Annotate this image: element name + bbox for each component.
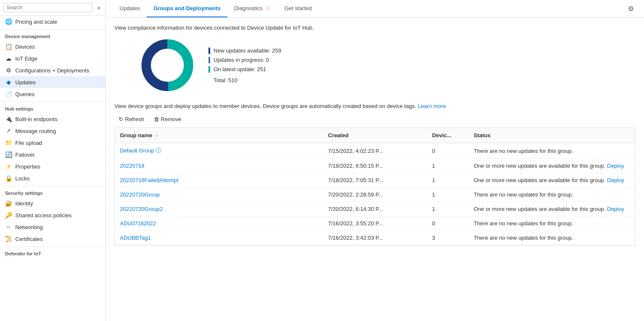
collapse-button[interactable]: « <box>95 3 102 13</box>
sidebar-item-configurations[interactable]: ⚙ Configurations + Deployments <box>0 64 105 76</box>
deploy-link[interactable]: Deploy <box>607 163 624 169</box>
sidebar-item-devices[interactable]: 📋 Devices <box>0 41 105 53</box>
warning-icon: ⚠ <box>264 5 271 11</box>
column-header-devices: Devic... <box>427 128 469 143</box>
sidebar-item-label: Identity <box>15 200 33 207</box>
sidebar-item-label: Updates <box>15 79 36 86</box>
section-label-defender: Defender for IoT <box>0 246 105 258</box>
chart-section: New updates available: 259 Updates in pr… <box>114 38 636 93</box>
donut-chart <box>140 38 195 93</box>
sidebar-item-locks[interactable]: 🔒 Locks <box>0 172 105 184</box>
toolbar: ↻ Refresh 🗑 Remove <box>114 114 636 127</box>
sidebar-item-queries[interactable]: 📄 Queries <box>0 88 105 100</box>
sidebar-item-label: Shared access policies <box>15 212 72 219</box>
sidebar-item-updates[interactable]: ◆ Updates <box>0 76 105 88</box>
sidebar-item-built-in-endpoints[interactable]: 🔌 Built-in endpoints <box>0 113 105 125</box>
sidebar-item-shared-access-policies[interactable]: 🔑 Shared access policies <box>0 209 105 221</box>
created-cell: 7/18/2022, 7:05:31 P... <box>323 173 427 188</box>
created-cell: 7/20/2022, 2:28:59 P... <box>323 188 427 202</box>
group-name-link[interactable]: ADUBBTag1 <box>120 235 151 241</box>
group-name-link[interactable]: 20220718FailedAttempt <box>120 177 178 183</box>
sidebar-item-properties[interactable]: ⚡ Properties <box>0 160 105 172</box>
settings-icon[interactable]: ⚙ <box>625 1 637 16</box>
section-label-device-management: Device management <box>0 29 105 41</box>
sidebar-item-file-upload[interactable]: 📁 File upload <box>0 137 105 149</box>
sidebar-item-certificates[interactable]: 📜 Certificates <box>0 233 105 245</box>
sort-arrow: ↑ <box>155 133 158 138</box>
legend-dot-progress <box>208 57 210 64</box>
status-cell: One or more new updates are available fo… <box>469 202 635 216</box>
failover-icon: 🔄 <box>5 151 12 158</box>
queries-icon: 📄 <box>5 91 12 97</box>
status-cell: One or more new updates are available fo… <box>469 159 635 173</box>
legend-on-latest: On latest update: 251 <box>208 66 281 73</box>
sidebar-item-message-routing[interactable]: ↗ Message routing <box>0 125 105 137</box>
deploy-link[interactable]: Deploy <box>607 206 624 212</box>
group-name-link[interactable]: 20220720Group <box>120 191 160 198</box>
sidebar-item-label: IoT Edge <box>15 55 38 62</box>
tab-updates[interactable]: Updates <box>113 0 147 17</box>
sidebar-section-hub-settings: Hub settings 🔌 Built-in endpoints ↗ Mess… <box>0 100 105 184</box>
tab-get-started[interactable]: Get started <box>278 0 318 17</box>
group-name-link[interactable]: ADU07162022 <box>120 220 156 227</box>
main-content: Updates Groups and Deployments Diagnosti… <box>106 0 644 321</box>
table-header: Group name ↑ Created Devic... Status <box>115 128 635 143</box>
groups-table-wrapper: Group name ↑ Created Devic... Status Def… <box>114 127 636 246</box>
learn-more-link[interactable]: Learn more <box>418 103 446 109</box>
locks-icon: 🔒 <box>5 175 12 182</box>
table-scroll[interactable]: Group name ↑ Created Devic... Status Def… <box>115 128 635 245</box>
devices-cell: 1 <box>427 159 469 173</box>
refresh-icon: ↻ <box>119 116 123 122</box>
sidebar-item-networking[interactable]: ↔ Networking <box>0 221 105 233</box>
sidebar-item-iot-edge[interactable]: ☁ IoT Edge <box>0 53 105 64</box>
table-row: ADU071620227/16/2022, 3:55:20 P...0There… <box>115 216 635 231</box>
sidebar-item-pricing[interactable]: 🌐 Pricing and scale <box>0 16 105 28</box>
devices-icon: 📋 <box>5 43 12 50</box>
created-cell: 7/20/2022, 6:14:30 P... <box>323 202 427 216</box>
search-bar: « <box>0 0 105 16</box>
devices-cell: 1 <box>427 173 469 188</box>
sidebar-item-label: Failover <box>15 152 35 158</box>
built-in-endpoints-icon: 🔌 <box>5 116 12 122</box>
deploy-link[interactable]: Deploy <box>607 177 624 183</box>
legend-new-updates: New updates available: 259 <box>208 47 281 54</box>
legend-dot-latest <box>208 66 210 73</box>
devices-cell: 0 <box>427 143 469 159</box>
status-cell: One or more new updates are available fo… <box>469 173 635 188</box>
refresh-button[interactable]: ↻ Refresh <box>114 114 149 124</box>
main-description: View compliance information for devices … <box>114 25 636 31</box>
created-cell: 7/16/2022, 3:42:03 P... <box>323 231 427 245</box>
shared-access-icon: 🔑 <box>5 212 12 219</box>
svg-point-3 <box>151 49 183 81</box>
status-cell: There are no new updates for this group. <box>469 231 635 245</box>
updates-icon: ◆ <box>5 79 12 86</box>
legend-total: Total: 510 <box>208 77 281 83</box>
sidebar-item-label: Locks <box>15 175 30 182</box>
sidebar-section-security-settings: Security settings 🔐 Identity 🔑 Shared ac… <box>0 184 105 245</box>
tab-diagnostics[interactable]: Diagnostics ⚠ <box>228 0 278 17</box>
table-row: 20220718FailedAttempt7/18/2022, 7:05:31 … <box>115 173 635 188</box>
sidebar-item-identity[interactable]: 🔐 Identity <box>0 197 105 209</box>
remove-button[interactable]: 🗑 Remove <box>150 114 186 124</box>
content-area: View compliance information for devices … <box>106 18 644 321</box>
tab-groups-deployments[interactable]: Groups and Deployments <box>147 0 227 17</box>
groups-description: View device groups and deploy updates to… <box>114 103 636 109</box>
sidebar-item-failover[interactable]: 🔄 Failover <box>0 149 105 160</box>
chart-legend: New updates available: 259 Updates in pr… <box>208 47 281 83</box>
section-label-hub-settings: Hub settings <box>0 102 105 113</box>
column-header-status: Status <box>469 128 635 143</box>
devices-cell: 0 <box>427 216 469 231</box>
devices-cell: 1 <box>427 188 469 202</box>
pricing-icon: 🌐 <box>5 18 12 25</box>
column-header-name: Group name ↑ <box>115 128 323 143</box>
created-cell: 7/15/2022, 4:02:23 P... <box>323 143 427 159</box>
table-row: 20220720Group27/20/2022, 6:14:30 P...1On… <box>115 202 635 216</box>
sidebar: « 🌐 Pricing and scale Device management … <box>0 0 106 321</box>
group-name-link[interactable]: Default Group ⓘ <box>120 147 161 154</box>
search-input[interactable] <box>3 3 93 12</box>
group-name-link[interactable]: 20220720Group2 <box>120 206 163 212</box>
devices-cell: 3 <box>427 231 469 245</box>
sidebar-item-label: Devices <box>15 44 35 50</box>
group-name-link[interactable]: 20220718 <box>120 163 144 169</box>
sidebar-item-label: Certificates <box>15 236 43 242</box>
